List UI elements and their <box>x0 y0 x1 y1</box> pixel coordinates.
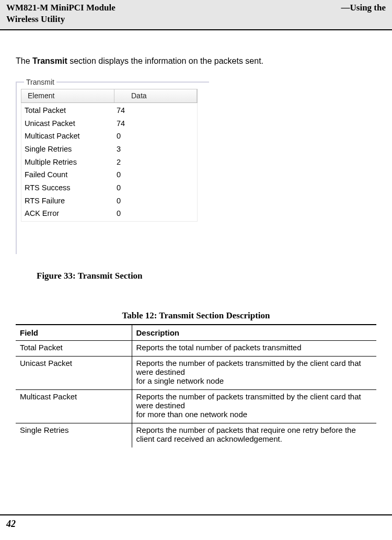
data-cell: 2 <box>117 156 121 169</box>
header-right-line1: —Using the <box>341 3 386 13</box>
data-cell: 74 <box>117 117 125 130</box>
element-cell: Single Retries <box>25 143 117 156</box>
list-item[interactable]: RTS Success0 <box>21 181 197 194</box>
figure-title: Transmit Section <box>78 271 143 281</box>
element-cell: Failed Count <box>25 168 117 181</box>
table-header-row: Field Description <box>16 325 376 341</box>
intro-paragraph: The Transmit section displays the inform… <box>16 56 376 66</box>
transmit-panel: Transmit Element Data Total Packet74 Uni… <box>16 82 209 254</box>
transmit-legend: Transmit <box>24 78 56 86</box>
col-header-data[interactable]: Data <box>114 89 197 102</box>
element-cell: Total Packet <box>25 104 117 117</box>
col-header-field: Field <box>16 325 132 341</box>
list-item[interactable]: Failed Count0 <box>21 168 197 181</box>
table-caption: Table 12: Transmit Section Description <box>16 311 376 321</box>
table-row: Total Packet Reports the total number of… <box>16 341 376 357</box>
col-header-element[interactable]: Element <box>21 89 114 102</box>
data-cell: 0 <box>117 168 121 181</box>
header-right: —Using the <box>341 2 386 25</box>
data-cell: 0 <box>117 194 121 208</box>
field-cell: Unicast Packet <box>16 357 132 390</box>
description-table: Field Description Total Packet Reports t… <box>16 324 376 447</box>
data-cell: 0 <box>117 130 121 143</box>
intro-suffix: section displays the information on the … <box>67 56 263 65</box>
table-row: Single Retries Reports the number of pac… <box>16 423 376 448</box>
figure-caption: Figure 33: Transmit Section <box>37 271 376 281</box>
table-title: Transmit Section Description <box>159 311 270 320</box>
figure-label: Figure 33: <box>37 271 78 281</box>
transmit-list-header: Element Data <box>21 89 198 103</box>
transmit-list: Element Data Total Packet74 Unicast Pack… <box>21 89 198 222</box>
data-cell: 0 <box>117 207 121 220</box>
page-header: WM821-M MiniPCI Module Wireless Utility … <box>0 0 392 30</box>
element-cell: RTS Success <box>25 181 117 194</box>
list-item[interactable]: Multiple Retries2 <box>21 156 197 169</box>
content-area: The Transmit section displays the inform… <box>0 30 392 447</box>
transmit-list-body: Total Packet74 Unicast Packet74 Multicas… <box>21 103 198 222</box>
field-cell: Single Retries <box>16 423 132 448</box>
element-cell: ACK Error <box>25 207 117 220</box>
desc-cell: Reports the number of packets transmitte… <box>132 390 376 423</box>
table-row: Unicast Packet Reports the number of pac… <box>16 357 376 390</box>
intro-bold: Transmit <box>32 56 67 65</box>
list-item[interactable]: ACK Error0 <box>21 207 197 220</box>
data-cell: 74 <box>117 104 125 117</box>
table-row: Multicast Packet Reports the number of p… <box>16 390 376 423</box>
element-cell: RTS Failure <box>25 194 117 208</box>
data-cell: 3 <box>117 143 121 156</box>
element-cell: Multiple Retries <box>25 156 117 169</box>
header-left: WM821-M MiniPCI Module Wireless Utility <box>6 2 116 25</box>
list-item[interactable]: RTS Failure0 <box>21 194 197 208</box>
list-item[interactable]: Multicast Packet0 <box>21 130 197 143</box>
col-header-description: Description <box>132 325 376 341</box>
desc-cell: Reports the total number of packets tran… <box>132 341 376 357</box>
field-cell: Total Packet <box>16 341 132 357</box>
page-number: 42 <box>6 519 16 529</box>
element-cell: Multicast Packet <box>25 130 117 143</box>
list-item[interactable]: Unicast Packet74 <box>21 117 197 130</box>
table-label: Table 12: <box>122 311 159 320</box>
data-cell: 0 <box>117 181 121 194</box>
header-left-line1: WM821-M MiniPCI Module <box>6 3 116 13</box>
page-footer: 42 <box>0 514 392 530</box>
header-left-line2: Wireless Utility <box>6 14 65 24</box>
desc-cell: Reports the number of packets transmitte… <box>132 357 376 390</box>
list-item[interactable]: Single Retries3 <box>21 143 197 156</box>
desc-cell: Reports the number of packets that requi… <box>132 423 376 448</box>
element-cell: Unicast Packet <box>25 117 117 130</box>
list-item[interactable]: Total Packet74 <box>21 104 197 117</box>
field-cell: Multicast Packet <box>16 390 132 423</box>
intro-prefix: The <box>16 56 32 65</box>
